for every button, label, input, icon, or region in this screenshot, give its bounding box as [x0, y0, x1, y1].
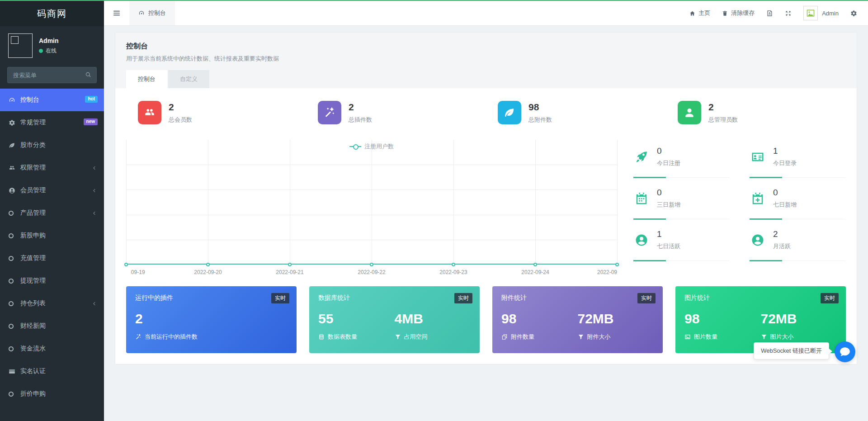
brand-title: 码商网 [0, 1, 104, 26]
tab-custom[interactable]: 自定义 [168, 70, 209, 88]
menu-toggle-button[interactable] [104, 1, 129, 25]
chart-point[interactable] [206, 263, 210, 266]
sidebar-item-label: 控制台 [20, 96, 39, 104]
x-axis-label: 2022-09-20 [194, 269, 222, 275]
sidebar-item-console[interactable]: 控制台 hot [0, 89, 104, 111]
sidebar-item-finance-news[interactable]: 财经新闻 [0, 315, 104, 337]
card-metric-label: 附件数量 [511, 333, 534, 341]
quick-stat-today-register: 0 今日注册 [633, 140, 730, 178]
sidebar-item-general[interactable]: 常规管理 new [0, 111, 104, 134]
card-running-plugins: 运行中的插件 实时 2 当前运行中的插件数 [126, 286, 297, 353]
user-circle-icon [633, 233, 650, 247]
sidebar-item-discount[interactable]: 折价申购 [0, 383, 104, 405]
card-value: 98 [501, 311, 578, 326]
calendar-plus-icon [750, 192, 766, 205]
quick-stat-label: 七日活跃 [657, 242, 680, 251]
quick-stat-value: 0 [657, 188, 680, 198]
stats-row: 2 总会员数 2 总插件数 98 总附件数 [126, 101, 846, 124]
chart-point[interactable] [533, 263, 537, 266]
card-metric-label: 图片大小 [770, 333, 794, 341]
user-icon [678, 101, 701, 124]
legend-label: 注册用户数 [364, 142, 394, 151]
quick-stat-value: 1 [773, 146, 797, 156]
stat-label: 总管理员数 [708, 116, 738, 124]
home-icon [689, 10, 695, 16]
card-title: 附件统计 [501, 294, 654, 302]
sidebar-item-label: 常规管理 [20, 118, 46, 127]
tab-label: 控制台 [148, 9, 166, 17]
sidebar-item-product[interactable]: 产品管理 [0, 202, 104, 224]
quick-stat-label: 月活跃 [773, 242, 791, 251]
card-value: 72MB [761, 311, 837, 326]
panel-tabs: 控制台 自定义 [126, 70, 846, 88]
chart-legend[interactable]: 注册用户数 [126, 142, 617, 151]
user-circle-icon [9, 187, 20, 194]
chat-button[interactable] [835, 341, 855, 362]
tab-console[interactable]: 控制台 [129, 1, 175, 25]
stat-total-attachments: 98 总附件数 [486, 101, 666, 124]
home-label: 主页 [698, 9, 710, 17]
sidebar-item-label: 充值管理 [20, 254, 46, 262]
sidebar-item-realname[interactable]: 实名认证 [0, 360, 104, 383]
sidebar-item-label: 持仓列表 [20, 299, 46, 307]
stat-total-members: 2 总会员数 [126, 101, 306, 124]
main-content: 控制台 用于展示当前系统中的统计数据、统计报表及重要实时数据 控制台 自定义 2… [104, 26, 868, 421]
sidebar-item-fund-flow[interactable]: 资金流水 [0, 337, 104, 360]
stat-value: 2 [708, 102, 738, 113]
search-input[interactable] [7, 67, 97, 83]
sidebar-item-recharge[interactable]: 充值管理 [0, 247, 104, 270]
page-subtitle: 用于展示当前系统中的统计数据、统计报表及重要实时数据 [126, 55, 846, 63]
quick-stat-7day-new: 0 七日新增 [750, 181, 846, 219]
calendar-icon [633, 192, 650, 205]
users-icon [138, 101, 161, 124]
circle-icon [9, 301, 20, 306]
realtime-badge: 实时 [271, 293, 289, 303]
chevron-left-icon [92, 166, 97, 170]
card-value: 98 [684, 311, 761, 326]
clear-cache-link[interactable]: 清除缓存 [722, 9, 755, 17]
card-title: 运行中的插件 [135, 294, 288, 302]
chart-point[interactable] [124, 263, 128, 266]
sidebar-item-label: 新股申购 [20, 232, 46, 240]
gear-icon[interactable] [850, 10, 857, 17]
quick-stat-label: 今日登录 [773, 159, 797, 167]
clear-cache-label: 清除缓存 [731, 9, 755, 17]
sidebar-item-stock-category[interactable]: 股市分类 [0, 134, 104, 156]
sidebar: 码商网 Admin 在线 控制台 hot 常规管理 new 股市分类 [0, 1, 104, 421]
sidebar-item-permission[interactable]: 权限管理 [0, 156, 104, 179]
gridline [126, 140, 127, 265]
sidebar-item-positions[interactable]: 持仓列表 [0, 292, 104, 315]
trash-icon [722, 10, 728, 16]
sidebar-item-member[interactable]: 会员管理 [0, 179, 104, 202]
circle-icon [9, 279, 20, 284]
chevron-left-icon [92, 301, 97, 306]
sidebar-item-label: 股市分类 [20, 141, 46, 149]
gridline [453, 140, 454, 265]
registered-users-chart: 注册用户数 09-192022-09-202022-09-212022-09-2… [126, 140, 617, 275]
dashboard-icon [9, 97, 20, 104]
sidebar-menu: 控制台 hot 常规管理 new 股市分类 权限管理 会员管理 产品管理 [0, 89, 104, 405]
x-axis-label: 2022-09-21 [276, 269, 303, 275]
home-link[interactable]: 主页 [689, 9, 710, 17]
fullscreen-icon[interactable] [785, 10, 792, 17]
quick-stat-7day-active: 1 七日活跃 [633, 223, 730, 261]
tab-console[interactable]: 控制台 [126, 70, 167, 88]
chart-point[interactable] [370, 263, 373, 266]
leaf-icon [498, 101, 521, 124]
quick-stats: 0 今日注册 1 今日登录 0 [633, 140, 846, 275]
sidebar-item-withdraw[interactable]: 提现管理 [0, 270, 104, 292]
user-name: Admin [39, 37, 59, 44]
dashboard-icon [138, 10, 145, 16]
language-icon[interactable] [766, 10, 773, 17]
chart-point[interactable] [288, 263, 292, 266]
user-menu[interactable]: Admin [803, 6, 839, 20]
chart-point[interactable] [615, 263, 619, 266]
stat-label: 总会员数 [169, 116, 192, 124]
quick-stat-3day-new: 0 三日新增 [633, 181, 730, 219]
filter-icon [395, 334, 401, 340]
chart-point[interactable] [452, 263, 455, 266]
copy-icon [501, 334, 508, 340]
circle-icon [9, 324, 20, 329]
sidebar-item-ipo[interactable]: 新股申购 [0, 224, 104, 247]
middle-row: 注册用户数 09-192022-09-202022-09-212022-09-2… [126, 140, 846, 275]
